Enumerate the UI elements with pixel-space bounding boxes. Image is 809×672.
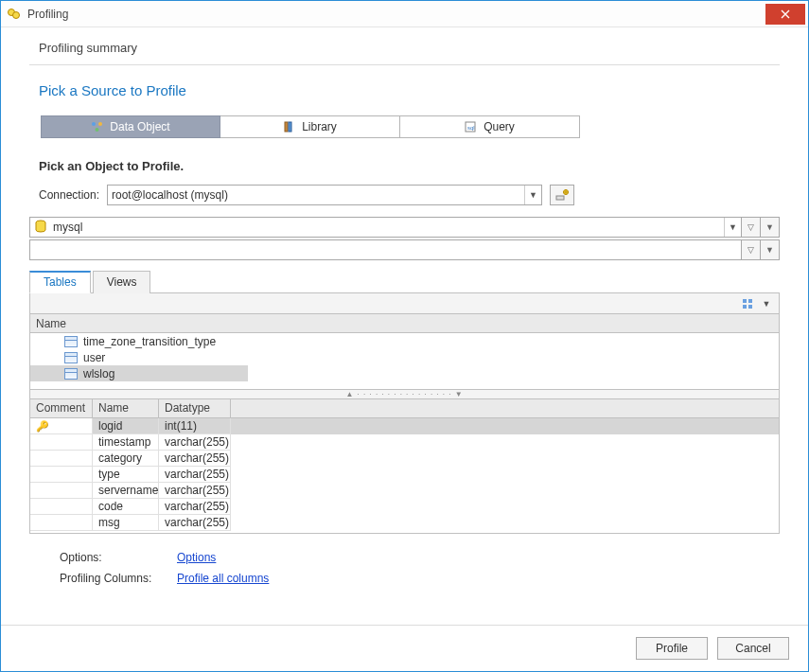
filter-button-1[interactable]: ▽ bbox=[742, 217, 761, 238]
object-type-tabs: Tables Views bbox=[29, 270, 780, 293]
col-datatype-cell: varchar(255) bbox=[159, 467, 231, 483]
svg-point-2 bbox=[92, 122, 96, 126]
table-row[interactable]: user bbox=[30, 349, 779, 365]
cancel-button[interactable]: Cancel bbox=[717, 637, 789, 660]
chevron-down-icon: ▼ bbox=[724, 218, 741, 237]
tab-tables[interactable]: Tables bbox=[29, 271, 91, 293]
column-row[interactable]: categoryvarchar(255) bbox=[30, 451, 779, 467]
table-row-label: user bbox=[83, 351, 105, 364]
tab-library-label: Library bbox=[302, 120, 337, 133]
col-name-cell: servername bbox=[93, 483, 159, 499]
svg-rect-15 bbox=[748, 305, 752, 309]
profile-button-label: Profile bbox=[656, 642, 688, 655]
column-row[interactable]: servernamevarchar(255) bbox=[30, 483, 779, 499]
col-datatype-header[interactable]: Datatype bbox=[159, 399, 231, 417]
column-row[interactable]: codevarchar(255) bbox=[30, 499, 779, 515]
primary-key-icon: 🔑 bbox=[36, 420, 49, 433]
options-link[interactable]: Options bbox=[177, 551, 216, 564]
object-list-header: Name bbox=[29, 314, 780, 333]
tab-query[interactable]: sql Query bbox=[400, 115, 580, 138]
col-comment-cell bbox=[30, 483, 93, 499]
filter-dropdown-1[interactable]: ▼ bbox=[761, 217, 780, 238]
svg-point-3 bbox=[98, 122, 102, 126]
table-row-label: wlslog bbox=[83, 367, 114, 380]
col-comment-cell bbox=[30, 434, 93, 451]
close-button[interactable] bbox=[765, 4, 805, 25]
cancel-button-label: Cancel bbox=[735, 642, 770, 655]
tab-views-label: Views bbox=[107, 275, 137, 289]
col-datatype-cell: varchar(255) bbox=[159, 451, 231, 467]
data-object-icon bbox=[91, 120, 104, 133]
svg-point-1 bbox=[13, 11, 20, 18]
pick-object-title: Pick an Object to Profile. bbox=[29, 159, 780, 173]
svg-rect-13 bbox=[748, 299, 752, 303]
tab-views[interactable]: Views bbox=[93, 271, 151, 293]
tab-query-label: Query bbox=[484, 120, 515, 133]
query-icon: sql bbox=[465, 120, 478, 133]
col-datatype-cell: varchar(255) bbox=[159, 515, 231, 531]
database-value: mysql bbox=[53, 221, 82, 234]
connection-config-button[interactable] bbox=[550, 185, 574, 205]
tab-data-object[interactable]: Data Object bbox=[41, 115, 220, 138]
search-input[interactable] bbox=[29, 239, 742, 260]
object-list[interactable]: time_zone_transition_type user wlslog bbox=[29, 333, 780, 390]
table-icon bbox=[64, 368, 78, 380]
column-row[interactable]: typevarchar(255) bbox=[30, 467, 779, 483]
database-select[interactable]: mysql ▼ bbox=[29, 217, 742, 238]
col-name-header[interactable]: Name bbox=[93, 399, 159, 417]
profiling-columns-link[interactable]: Profile all columns bbox=[177, 572, 269, 585]
svg-rect-9 bbox=[556, 196, 564, 200]
window-title: Profiling bbox=[27, 8, 68, 21]
col-comment-cell bbox=[30, 515, 93, 531]
column-row[interactable]: 🔑logidint(11) bbox=[30, 418, 779, 434]
col-datatype-cell: varchar(255) bbox=[159, 499, 231, 515]
col-datatype-cell: int(11) bbox=[159, 418, 231, 434]
col-comment-cell bbox=[30, 467, 93, 483]
database-icon bbox=[34, 220, 47, 236]
tab-data-object-label: Data Object bbox=[110, 120, 169, 133]
table-row[interactable]: time_zone_transition_type bbox=[30, 333, 779, 349]
svg-rect-12 bbox=[743, 299, 747, 303]
filter-dropdown-2[interactable]: ▼ bbox=[761, 239, 780, 260]
list-toolbar: ▼ bbox=[29, 293, 780, 314]
col-name-cell: category bbox=[93, 451, 159, 467]
connection-select[interactable]: root@localhost (mysql) ▼ bbox=[107, 185, 542, 205]
view-mode-button[interactable] bbox=[739, 296, 756, 311]
table-row-label: time_zone_transition_type bbox=[83, 335, 216, 348]
splitter-handle[interactable]: ▲ · · · · · · · · · · · · · · · · ▼ bbox=[29, 390, 780, 399]
connection-label: Connection: bbox=[39, 188, 99, 202]
svg-point-4 bbox=[96, 128, 99, 132]
summary-title: Profiling summary bbox=[29, 35, 780, 64]
tab-tables-label: Tables bbox=[44, 275, 77, 289]
titlebar: Profiling bbox=[1, 1, 808, 27]
col-datatype-cell: varchar(255) bbox=[159, 483, 231, 499]
table-icon bbox=[64, 336, 78, 347]
view-mode-dropdown[interactable]: ▼ bbox=[758, 296, 775, 311]
table-row[interactable]: wlslog bbox=[30, 365, 248, 381]
col-comment-cell bbox=[30, 499, 93, 515]
app-icon bbox=[7, 7, 22, 22]
columns-header-row: Comment Name Datatype bbox=[30, 399, 779, 418]
divider bbox=[29, 64, 780, 65]
col-name-cell: msg bbox=[93, 515, 159, 531]
svg-rect-5 bbox=[285, 122, 288, 132]
col-name-cell: type bbox=[93, 467, 159, 483]
svg-rect-6 bbox=[289, 122, 291, 132]
profiling-columns-label: Profiling Columns: bbox=[60, 572, 158, 585]
svg-rect-14 bbox=[743, 305, 747, 309]
column-row[interactable]: msgvarchar(255) bbox=[30, 515, 779, 531]
svg-text:sql: sql bbox=[467, 125, 475, 131]
col-comment-cell: 🔑 bbox=[30, 418, 93, 434]
options-label: Options: bbox=[60, 551, 158, 564]
col-name-cell: code bbox=[93, 499, 159, 515]
columns-table: Comment Name Datatype 🔑logidint(11)times… bbox=[29, 399, 780, 534]
pick-source-title: Pick a Source to Profile bbox=[29, 82, 780, 98]
column-row[interactable]: timestampvarchar(255) bbox=[30, 434, 779, 451]
tab-library[interactable]: Library bbox=[220, 115, 400, 138]
col-datatype-cell: varchar(255) bbox=[159, 434, 231, 451]
col-comment-cell bbox=[30, 451, 93, 467]
col-name-cell: logid bbox=[93, 418, 159, 434]
col-comment-header[interactable]: Comment bbox=[30, 399, 93, 417]
profile-button[interactable]: Profile bbox=[636, 637, 708, 660]
filter-button-2[interactable]: ▽ bbox=[742, 239, 761, 260]
